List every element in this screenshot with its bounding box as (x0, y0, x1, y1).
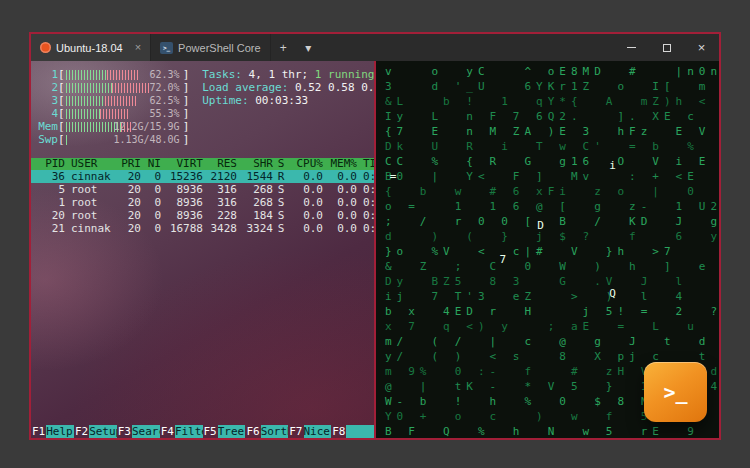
table-body: 36cinnak2001523621201544R0.00.00:05root2… (31, 170, 374, 235)
titlebar-drag-area[interactable] (321, 34, 614, 61)
fkey-f4[interactable]: F4Filter (160, 425, 203, 438)
process-row[interactable]: 20root2008936228184S0.00.00:0 (31, 209, 374, 222)
minimize-button[interactable] (614, 34, 649, 61)
meter-Swp: Swp[1.13G/48.0G] (36, 133, 189, 146)
powershell-pane[interactable]: v o yC ^ oE8MD # |n0nMU3 d '_U 6YKr1Z o … (376, 61, 719, 438)
tab-close-icon[interactable]: × (135, 42, 141, 53)
column-header[interactable]: S (273, 158, 289, 170)
tab-ubuntu[interactable]: Ubuntu-18.04 × (31, 34, 151, 61)
fkey-f8[interactable]: F8 (331, 425, 374, 438)
process-row[interactable]: 1root2008936316268S0.00.00:0 (31, 196, 374, 209)
column-header[interactable]: VIRT (161, 158, 203, 170)
table-header: PIDUSERPRINIVIRTRESSHRSCPU%MEM%TI (31, 158, 374, 170)
powershell-tab-icon: >_ (160, 42, 173, 54)
stat-line: Load average: 0.52 0.58 0.59 (202, 81, 374, 94)
column-header[interactable]: SHR (237, 158, 273, 170)
desktop-background: Ubuntu-18.04 × >_ PowerShell Core + ▾ × … (0, 0, 750, 468)
column-header[interactable]: TI (357, 158, 374, 170)
stat-line: Uptime: 00:03:33 (202, 94, 374, 107)
fkey-f3[interactable]: F3Search (117, 425, 160, 438)
matrix-highlight-char: 7 (499, 253, 506, 266)
matrix-highlight-char: i (609, 159, 616, 172)
column-header[interactable]: PRI (115, 158, 141, 170)
terminal-window: Ubuntu-18.04 × >_ PowerShell Core + ▾ × … (29, 32, 721, 440)
matrix-highlight-char: Q (609, 287, 616, 300)
column-header[interactable]: MEM% (323, 158, 357, 170)
terminal-content: 1[62.3%]2[72.0%]3[62.5%]4[55.3%]Mem[12.2… (31, 61, 719, 438)
meter-3: 3[62.5%] (36, 94, 189, 107)
tab-powershell[interactable]: >_ PowerShell Core (151, 34, 271, 61)
titlebar: Ubuntu-18.04 × >_ PowerShell Core + ▾ × (31, 34, 719, 61)
maximize-icon (663, 44, 671, 52)
stat-line: Tasks: 4, 1 thr; 1 running (202, 68, 374, 81)
column-header[interactable]: USER (65, 158, 115, 170)
maximize-button[interactable] (649, 34, 684, 61)
column-header[interactable]: NI (141, 158, 161, 170)
htop-header-area: 1[62.3%]2[72.0%]3[62.5%]4[55.3%]Mem[12.2… (31, 61, 374, 146)
tab-ubuntu-label: Ubuntu-18.04 (56, 42, 123, 54)
tab-powershell-label: PowerShell Core (178, 42, 261, 54)
column-header[interactable]: RES (203, 158, 237, 170)
column-header[interactable]: CPU% (289, 158, 323, 170)
fkey-f2[interactable]: F2Setup (74, 425, 117, 438)
meter-1: 1[62.3%] (36, 68, 189, 81)
ubuntu-icon (40, 42, 51, 53)
meter-Mem: Mem[12.2G/15.9G] (36, 120, 189, 133)
matrix-highlight-char: = (390, 170, 397, 183)
fkey-bar: F1HelpF2SetupF3SearchF4FilterF5TreeF6Sor… (31, 425, 374, 438)
meter-2: 2[72.0%] (36, 81, 189, 94)
minimize-icon (627, 47, 636, 48)
fkey-f1[interactable]: F1Help (31, 425, 74, 438)
column-header[interactable]: PID (31, 158, 65, 170)
process-row[interactable]: 21cinnak2001678834283324S0.00.00:0 (31, 222, 374, 235)
meter-4: 4[55.3%] (36, 107, 189, 120)
new-tab-button[interactable]: + (271, 34, 296, 61)
meter-list: 1[62.3%]2[72.0%]3[62.5%]4[55.3%]Mem[12.2… (36, 68, 189, 146)
tab-dropdown-button[interactable]: ▾ (296, 34, 321, 61)
matrix-highlight-char: D (537, 219, 544, 232)
fkey-f5[interactable]: F5Tree (203, 425, 246, 438)
process-row[interactable]: 36cinnak2001523621201544R0.00.00:0 (31, 170, 374, 183)
process-row[interactable]: 5root2008936316268S0.00.00:0 (31, 183, 374, 196)
fkey-f6[interactable]: F6SortBy (245, 425, 288, 438)
process-table: PIDUSERPRINIVIRTRESSHRSCPU%MEM%TI 36cinn… (31, 158, 374, 235)
close-button[interactable]: × (684, 34, 719, 61)
stats-list: Tasks: 4, 1 thr; 1 runningLoad average: … (202, 68, 374, 146)
powershell-logo-icon: >_ (644, 362, 707, 422)
htop-pane[interactable]: 1[62.3%]2[72.0%]3[62.5%]4[55.3%]Mem[12.2… (31, 61, 374, 438)
fkey-f7[interactable]: F7Nice - (288, 425, 331, 438)
